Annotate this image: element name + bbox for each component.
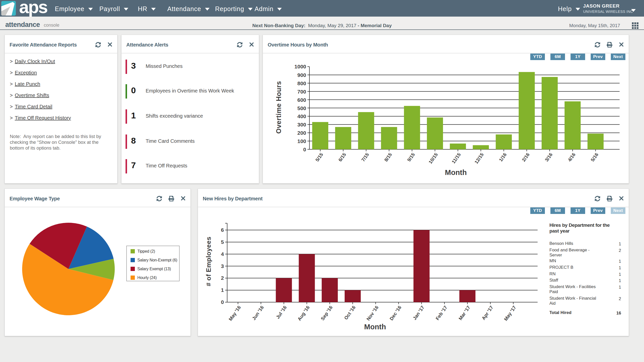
svg-text:Jul '16: Jul '16 xyxy=(275,305,288,320)
svg-text:12/15: 12/15 xyxy=(473,152,485,165)
svg-text:Aug '16: Aug '16 xyxy=(297,305,311,322)
svg-text:Tipped (2): Tipped (2) xyxy=(137,249,155,253)
svg-text:0: 0 xyxy=(303,147,306,152)
svg-text:6/15: 6/15 xyxy=(337,152,347,163)
svg-text:Nov '16: Nov '16 xyxy=(366,305,380,322)
svg-text:2: 2 xyxy=(221,275,224,281)
svg-text:9/15: 9/15 xyxy=(406,152,416,163)
svg-text:Apr '17: Apr '17 xyxy=(481,305,494,321)
svg-text:Feb '17: Feb '17 xyxy=(435,305,448,321)
svg-text:4: 4 xyxy=(221,251,224,257)
svg-text:3/16: 3/16 xyxy=(544,152,553,162)
svg-text:100: 100 xyxy=(297,138,306,144)
svg-text:5/15: 5/15 xyxy=(314,152,324,163)
svg-text:8/15: 8/15 xyxy=(383,152,393,163)
svg-text:May '16: May '16 xyxy=(228,305,242,322)
svg-text:800: 800 xyxy=(297,80,306,86)
svg-text:5: 5 xyxy=(221,239,224,245)
svg-text:Salary Exempt (13): Salary Exempt (13) xyxy=(137,267,171,271)
svg-text:Hourly (24): Hourly (24) xyxy=(137,276,157,280)
svg-text:May '17: May '17 xyxy=(503,305,517,322)
svg-text:2/16: 2/16 xyxy=(521,152,531,162)
svg-text:Salary Non-Exempt (6): Salary Non-Exempt (6) xyxy=(137,258,177,262)
svg-text:Oct '16: Oct '16 xyxy=(343,305,356,321)
svg-text:1/16: 1/16 xyxy=(498,152,507,162)
svg-text:700: 700 xyxy=(297,89,306,95)
svg-text:Overtime Hours: Overtime Hours xyxy=(275,81,283,134)
svg-text:300: 300 xyxy=(297,122,306,127)
svg-text:Month: Month xyxy=(364,323,386,331)
svg-text:6: 6 xyxy=(221,227,224,233)
svg-text:Month: Month xyxy=(445,168,467,176)
svg-text:10/15: 10/15 xyxy=(428,152,439,165)
svg-text:Dec '16: Dec '16 xyxy=(389,305,403,321)
svg-text:11/15: 11/15 xyxy=(451,152,462,164)
svg-text:Jun '16: Jun '16 xyxy=(251,305,265,321)
svg-text:Jan '17: Jan '17 xyxy=(412,305,425,321)
svg-text:7/15: 7/15 xyxy=(360,152,370,163)
svg-text:4/16: 4/16 xyxy=(567,152,576,162)
svg-text:5/16: 5/16 xyxy=(590,152,599,162)
svg-text:3: 3 xyxy=(221,263,224,269)
svg-text:Sep '16: Sep '16 xyxy=(320,305,334,321)
svg-text:0: 0 xyxy=(221,299,224,305)
svg-text:900: 900 xyxy=(297,72,306,78)
svg-text:400: 400 xyxy=(297,113,306,119)
svg-text:600: 600 xyxy=(297,97,306,103)
svg-text:200: 200 xyxy=(297,130,306,136)
svg-text:500: 500 xyxy=(297,105,306,111)
svg-text:1000: 1000 xyxy=(294,64,306,69)
svg-text:Mar '17: Mar '17 xyxy=(458,305,471,321)
svg-text:# of Employees: # of Employees xyxy=(205,237,212,286)
svg-text:1: 1 xyxy=(221,287,224,293)
